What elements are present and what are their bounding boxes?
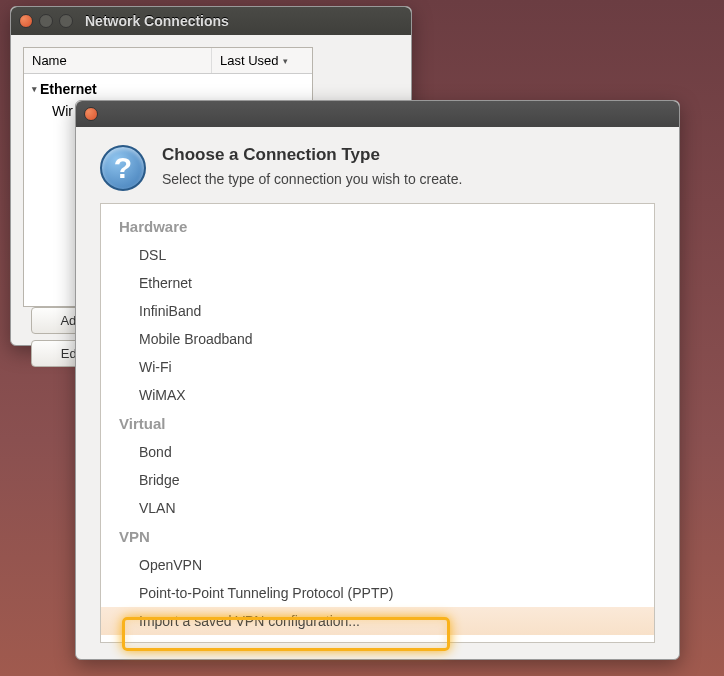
col-lastused[interactable]: Last Used▾	[212, 48, 312, 73]
opt-mobile-broadband[interactable]: Mobile Broadband	[101, 325, 654, 353]
chevron-down-icon: ▾	[283, 56, 288, 66]
close-icon[interactable]	[19, 14, 33, 28]
opt-wimax[interactable]: WiMAX	[101, 381, 654, 409]
connection-type-list[interactable]: Hardware DSL Ethernet InfiniBand Mobile …	[100, 203, 655, 643]
group-virtual: Virtual	[101, 409, 654, 438]
opt-dsl[interactable]: DSL	[101, 241, 654, 269]
opt-ethernet[interactable]: Ethernet	[101, 269, 654, 297]
opt-bond[interactable]: Bond	[101, 438, 654, 466]
window-title: Network Connections	[85, 13, 229, 29]
list-header: Name Last Used▾	[24, 48, 312, 74]
tree-category[interactable]: ▾Ethernet	[30, 78, 306, 100]
maximize-icon[interactable]	[59, 14, 73, 28]
opt-import-vpn[interactable]: Import a saved VPN configuration...	[101, 607, 654, 635]
opt-wifi[interactable]: Wi-Fi	[101, 353, 654, 381]
dialog-title: Choose a Connection Type	[162, 145, 462, 165]
opt-infiniband[interactable]: InfiniBand	[101, 297, 654, 325]
connection-type-dialog: ? Choose a Connection Type Select the ty…	[75, 100, 680, 660]
dialog-titlebar[interactable]	[76, 101, 679, 127]
close-icon[interactable]	[84, 107, 98, 121]
opt-openvpn[interactable]: OpenVPN	[101, 551, 654, 579]
group-vpn: VPN	[101, 522, 654, 551]
group-hardware: Hardware	[101, 212, 654, 241]
question-icon: ?	[100, 145, 146, 191]
opt-pptp[interactable]: Point-to-Point Tunneling Protocol (PPTP)	[101, 579, 654, 607]
triangle-down-icon: ▾	[32, 84, 37, 94]
opt-bridge[interactable]: Bridge	[101, 466, 654, 494]
window-titlebar[interactable]: Network Connections	[11, 7, 411, 35]
col-name[interactable]: Name	[24, 48, 212, 73]
minimize-icon[interactable]	[39, 14, 53, 28]
dialog-subtitle: Select the type of connection you wish t…	[162, 171, 462, 187]
opt-vlan[interactable]: VLAN	[101, 494, 654, 522]
